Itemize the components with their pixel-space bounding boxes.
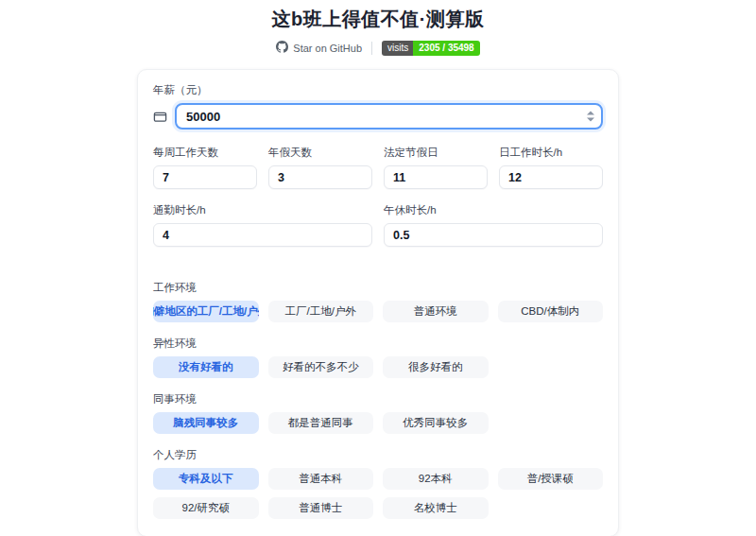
option-button[interactable]: 很多好看的 [383,356,489,378]
page: 这b班上得值不值·测算版 Star on GitHub visits 2305 … [0,0,756,536]
option-button[interactable]: CBD/体制内 [498,301,604,322]
option-group-label: 同事环境 [153,392,603,406]
page-title: 这b班上得值不值·测算版 [0,0,756,32]
field-input[interactable] [384,223,603,247]
option-button[interactable]: 普通环境 [383,301,489,322]
field-input[interactable] [268,165,372,189]
field-input[interactable] [153,165,257,189]
github-star-link[interactable]: Star on GitHub [276,40,362,57]
option-button[interactable]: 92本科 [383,468,489,490]
option-button[interactable]: 好看的不多不少 [268,356,374,378]
option-group: 异性环境没有好看的好看的不多不少很多好看的 [153,337,603,378]
github-star-label: Star on GitHub [293,43,362,54]
salary-number-stepper[interactable] [587,112,594,122]
option-button[interactable]: 专科及以下 [153,468,259,490]
wallet-icon [153,110,167,124]
field-label: 午休时长/h [384,203,603,217]
option-button[interactable]: 普/授课硕 [498,468,604,490]
option-groups: 工作环境偏僻地区的工厂/工地/户外工厂/工地/户外普通环境CBD/体制内异性环境… [153,281,603,519]
field: 法定节假日 [384,146,488,189]
option-group: 个人学历专科及以下普通本科92本科普/授课硕92/研究硕普通博士名校博士 [153,448,603,519]
option-button[interactable]: 都是普通同事 [268,412,374,434]
visits-badge: visits 2305 / 35498 [382,41,480,56]
salary-row [153,103,603,130]
option-button[interactable]: 92/研究硕 [153,497,259,519]
field: 通勤时长/h [153,203,372,247]
field-label: 每周工作天数 [153,146,257,160]
option-group: 同事环境脑残同事较多都是普通同事优秀同事较多 [153,392,603,434]
field-label: 年假天数 [268,146,372,160]
option-group-label: 异性环境 [153,337,603,351]
option-button[interactable]: 工厂/工地/户外 [268,301,374,322]
stepper-up-icon[interactable] [587,112,594,115]
salary-input-wrap [175,103,603,130]
visits-badge-value: 2305 / 35498 [413,41,479,56]
field-input[interactable] [153,223,372,247]
options-grid: 专科及以下普通本科92本科普/授课硕92/研究硕普通博士名校博士 [153,468,603,519]
salary-label: 年薪（元） [153,83,603,97]
options-grid: 脑残同事较多都是普通同事优秀同事较多 [153,412,603,434]
field: 午休时长/h [384,203,603,247]
field: 年假天数 [268,146,372,189]
calculator-card: 年薪（元） 每周工作天数年假天数法定节假日日工作时长/h通勤时长/h午休时长/h… [137,69,619,536]
option-button[interactable]: 普通博士 [268,497,374,519]
option-button[interactable]: 名校博士 [383,497,489,519]
option-button[interactable]: 脑残同事较多 [153,412,259,434]
badge-divider [371,42,372,55]
fields-grid: 每周工作天数年假天数法定节假日日工作时长/h通勤时长/h午休时长/h [153,146,603,247]
salary-input[interactable] [175,103,603,130]
visits-badge-label: visits [382,41,413,56]
field-label: 法定节假日 [384,146,488,160]
option-button[interactable]: 普通本科 [268,468,374,490]
option-group: 工作环境偏僻地区的工厂/工地/户外工厂/工地/户外普通环境CBD/体制内 [153,281,603,322]
github-icon [276,40,288,57]
badge-row: Star on GitHub visits 2305 / 35498 [0,41,756,56]
field-label: 通勤时长/h [153,203,372,217]
options-grid: 没有好看的好看的不多不少很多好看的 [153,356,603,378]
field-input[interactable] [384,165,488,189]
option-button[interactable]: 偏僻地区的工厂/工地/户外 [153,301,259,322]
option-button[interactable]: 优秀同事较多 [383,412,489,434]
option-group-label: 工作环境 [153,281,603,295]
field: 日工作时长/h [499,146,603,189]
option-group-label: 个人学历 [153,448,603,462]
options-grid: 偏僻地区的工厂/工地/户外工厂/工地/户外普通环境CBD/体制内 [153,301,603,322]
option-button[interactable]: 没有好看的 [153,356,259,378]
field-input[interactable] [499,165,603,189]
field-label: 日工作时长/h [499,146,603,160]
stepper-down-icon[interactable] [587,118,594,122]
field: 每周工作天数 [153,146,257,189]
